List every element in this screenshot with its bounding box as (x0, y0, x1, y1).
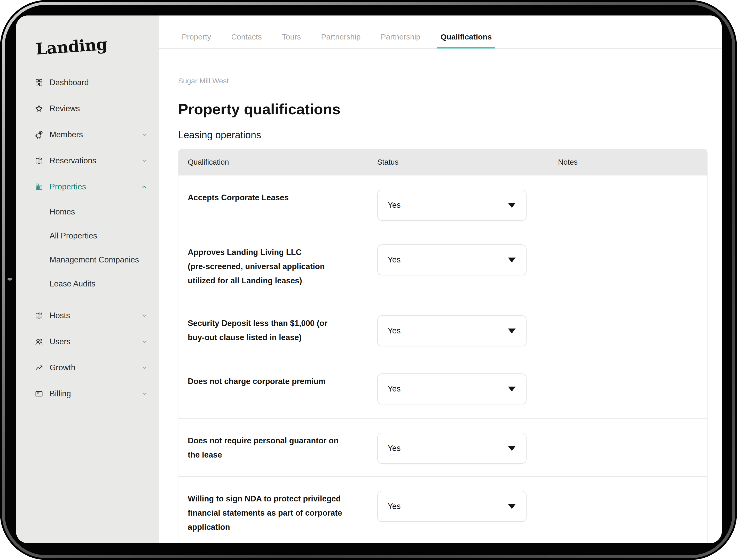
status-dropdown[interactable]: Yes (377, 190, 527, 221)
column-header-status: Status (377, 158, 558, 166)
status-cell: Yes (377, 477, 558, 543)
status-cell: Yes (377, 359, 558, 418)
table-row: Accepts Corporate Leases Yes (178, 175, 707, 230)
table-row: Willing to sign NDA to protect privilege… (178, 476, 707, 543)
table-body: Accepts Corporate Leases Yes Approves La… (178, 175, 707, 543)
table-row: Approves Landing Living LLC (pre-screene… (178, 230, 707, 301)
sidebar-items-bottom: Hosts Users Growth Billing (35, 302, 159, 407)
table-row: Does not require personal guarantor on t… (178, 418, 707, 476)
page-title: Property qualifications (178, 100, 722, 118)
column-header-qualification: Qualification (188, 158, 377, 166)
status-cell: Yes (377, 419, 558, 476)
status-cell: Yes (377, 175, 558, 230)
chevron-down-icon (141, 338, 148, 345)
table-header-row: Qualification Status Notes (178, 149, 707, 175)
sidebar-item-label: Users (50, 337, 70, 346)
dropdown-caret-icon (508, 387, 516, 391)
sidebar-subitem-label: Homes (50, 207, 75, 217)
dropdown-caret-icon (508, 504, 516, 509)
sidebar-subitem[interactable]: All Properties (35, 224, 159, 248)
sidebar-item-label: Dashboard (50, 78, 89, 87)
app-window: Landing Dashboard Reviews Members Reserv… (16, 15, 722, 543)
sidebar-item-label: Growth (50, 363, 75, 372)
sidebar-subitem[interactable]: Lease Audits (35, 272, 159, 296)
dashboard-icon (35, 78, 43, 87)
sidebar-items-top: Dashboard Reviews Members Reservations P… (35, 69, 159, 200)
dropdown-caret-icon (508, 329, 516, 333)
status-dropdown-value: Yes (388, 255, 401, 265)
sidebar-item[interactable]: Properties (35, 174, 159, 200)
breadcrumb[interactable]: Sugar Mill West (178, 77, 722, 85)
status-dropdown[interactable]: Yes (377, 433, 527, 464)
notes-cell[interactable] (558, 477, 707, 543)
qualifications-table: Qualification Status Notes Accepts Corpo… (178, 149, 708, 543)
piggy-bank-icon (35, 130, 43, 139)
sidebar-item[interactable]: Members (35, 122, 159, 148)
sidebar-item[interactable]: Dashboard (35, 69, 159, 95)
status-dropdown[interactable]: Yes (377, 244, 527, 275)
sidebar: Landing Dashboard Reviews Members Reserv… (16, 15, 159, 543)
notes-cell[interactable] (558, 419, 707, 476)
book-icon (35, 156, 43, 165)
sidebar-item-label: Billing (50, 389, 71, 398)
sidebar-item[interactable]: Billing (35, 381, 159, 407)
dropdown-caret-icon (508, 258, 516, 262)
sidebar-subitem[interactable]: Management Companies (35, 248, 159, 272)
qualification-label: Does not require personal guarantor on t… (188, 419, 353, 476)
sidebar-item[interactable]: Reservations (35, 148, 159, 174)
star-icon (35, 104, 43, 113)
sidebar-gap (35, 296, 159, 302)
tablet-device: Landing Dashboard Reviews Members Reserv… (0, 0, 737, 560)
landing-logo[interactable]: Landing (35, 35, 108, 58)
status-cell: Yes (377, 230, 558, 301)
sidebar-item-label: Reservations (50, 156, 96, 165)
chevron-down-icon (141, 364, 148, 371)
tab[interactable]: Partnership (377, 33, 424, 48)
tab[interactable]: Tours (278, 33, 304, 48)
column-header-notes: Notes (558, 158, 707, 166)
tab[interactable]: Qualifications (437, 33, 495, 49)
page-content: Sugar Mill West Property qualifications … (159, 77, 722, 543)
sidebar-item[interactable]: Reviews (35, 95, 159, 122)
dropdown-caret-icon (508, 446, 516, 451)
status-dropdown-value: Yes (388, 502, 401, 511)
status-dropdown[interactable]: Yes (377, 315, 527, 346)
notes-cell[interactable] (558, 175, 707, 230)
dropdown-caret-icon (508, 203, 516, 208)
sidebar-item[interactable]: Hosts (35, 302, 159, 329)
chevron-down-icon (141, 131, 148, 138)
billing-icon (35, 389, 43, 398)
notes-cell[interactable] (558, 359, 707, 418)
status-cell: Yes (377, 301, 558, 359)
chevron-down-icon (141, 157, 148, 164)
sidebar-item[interactable]: Users (35, 329, 159, 355)
sidebar-subitem-label: All Properties (50, 231, 97, 241)
tab[interactable]: Partnership (317, 33, 364, 48)
qualification-label: Approves Landing Living LLC (pre-screene… (188, 230, 353, 301)
status-dropdown-value: Yes (388, 384, 401, 394)
status-dropdown-value: Yes (388, 201, 401, 210)
tab-bar: PropertyContactsToursPartnershipPartners… (159, 15, 722, 49)
sidebar-subitems: Homes All Properties Management Companie… (35, 200, 159, 296)
status-dropdown[interactable]: Yes (377, 491, 527, 522)
tab[interactable]: Contacts (227, 33, 265, 48)
status-dropdown[interactable]: Yes (377, 373, 527, 404)
notes-cell[interactable] (558, 301, 707, 359)
sidebar-item-label: Properties (50, 182, 86, 191)
status-dropdown-value: Yes (388, 444, 401, 453)
section-heading: Leasing operations (178, 129, 722, 141)
table-row: Security Deposit less than $1,000 (or bu… (178, 301, 707, 359)
notes-cell[interactable] (558, 230, 707, 301)
tab[interactable]: Property (178, 33, 214, 48)
sidebar-nav: Dashboard Reviews Members Reservations P… (35, 69, 159, 407)
sidebar-item[interactable]: Growth (35, 355, 159, 381)
qualification-label: Accepts Corporate Leases (188, 175, 353, 230)
main-panel: PropertyContactsToursPartnershipPartners… (159, 15, 722, 543)
users-icon (35, 337, 43, 346)
sidebar-item-label: Reviews (50, 104, 80, 113)
qualification-label: Security Deposit less than $1,000 (or bu… (188, 301, 353, 359)
sidebar-subitem[interactable]: Homes (35, 200, 159, 224)
chevron-down-icon (141, 312, 148, 319)
qualification-label: Does not charge corporate premium (188, 359, 353, 418)
book-icon (35, 311, 43, 320)
